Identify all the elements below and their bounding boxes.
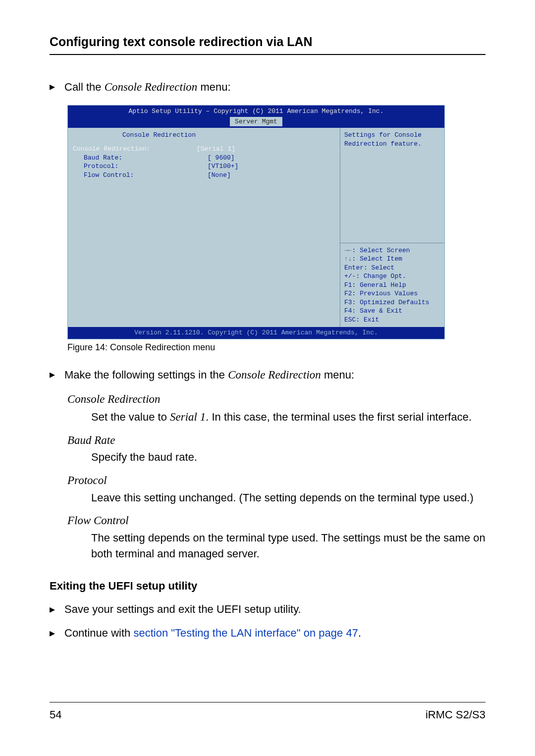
def-body: Set the value to Serial 1. In this case,… xyxy=(91,409,485,425)
bios-label: Protocol: xyxy=(73,162,208,171)
figure-caption: Figure 14: Console Redirection menu xyxy=(67,342,485,353)
bullet-icon: ▸ xyxy=(50,367,64,383)
bios-label: Baud Rate: xyxy=(73,154,208,162)
bios-row: Baud Rate: [ 9600] xyxy=(73,154,335,162)
intro-text: Call the Console Redirection menu: xyxy=(64,79,231,95)
exit-bullet-2: ▸ Continue with section "Testing the LAN… xyxy=(50,625,485,641)
bios-row: Flow Control: [None] xyxy=(73,171,335,180)
page-number: 54 xyxy=(50,708,61,721)
bios-footer: Version 2.11.1210. Copyright (C) 2011 Am… xyxy=(68,327,444,339)
bios-value: [VT100+] xyxy=(208,162,238,171)
title-divider xyxy=(50,54,485,55)
bios-row: Protocol: [VT100+] xyxy=(73,162,335,171)
bios-header-title: Aptio Setup Utility – Copyright (C) 2011… xyxy=(71,107,441,116)
subheading-exit-uefi: Exiting the UEFI setup utility xyxy=(50,580,485,593)
bullet-icon: ▸ xyxy=(50,625,64,641)
bios-section-title: Console Redirection xyxy=(73,131,335,140)
exit-text-1: Save your settings and exit the UEFI set… xyxy=(64,601,301,617)
settings-text: Make the following settings in the Conso… xyxy=(64,367,354,383)
def-body: The setting depends on the terminal type… xyxy=(91,530,485,562)
bios-right-panel: Settings for Console Redirection feature… xyxy=(340,128,444,327)
exit-bullet-1: ▸ Save your settings and exit the UEFI s… xyxy=(50,601,485,617)
def-body: Specify the baud rate. xyxy=(91,449,485,465)
bios-value: [Serial 1] xyxy=(197,145,235,154)
page-footer: 54 iRMC S2/S3 xyxy=(50,698,485,721)
exit-text-2: Continue with section "Testing the LAN i… xyxy=(64,625,361,641)
bullet-icon: ▸ xyxy=(50,79,64,95)
bios-value: [ 9600] xyxy=(208,154,235,162)
doc-id: iRMC S2/S3 xyxy=(426,708,485,721)
bios-value: [None] xyxy=(208,171,231,180)
bios-help-text: Settings for Console Redirection feature… xyxy=(340,128,444,242)
def-term-flow-control: Flow Control xyxy=(67,512,485,529)
bios-label: Console Redirection: xyxy=(73,145,197,154)
bios-left-panel: Console Redirection Console Redirection:… xyxy=(68,128,340,327)
footer-divider xyxy=(50,702,485,702)
bios-screenshot: Aptio Setup Utility – Copyright (C) 2011… xyxy=(67,105,485,339)
def-term-baud-rate: Baud Rate xyxy=(67,432,485,448)
bios-key-help: →←: Select Screen ↑↓: Select Item Enter:… xyxy=(340,243,444,327)
def-term-protocol: Protocol xyxy=(67,472,485,488)
bullet-icon: ▸ xyxy=(50,601,64,617)
bios-row: Console Redirection: [Serial 1] xyxy=(73,145,335,154)
link-testing-lan[interactable]: section "Testing the LAN interface" on p… xyxy=(133,627,358,639)
settings-bullet: ▸ Make the following settings in the Con… xyxy=(50,367,485,383)
bios-tab-server-mgmt: Server Mgmt xyxy=(230,117,282,127)
def-body: Leave this setting unchanged. (The setti… xyxy=(91,490,485,506)
def-term-console-redirection: Console Redirection xyxy=(67,391,485,407)
page-title: Configuring text console redirection via… xyxy=(50,35,485,49)
bios-header: Aptio Setup Utility – Copyright (C) 2011… xyxy=(68,106,444,128)
bios-label: Flow Control: xyxy=(73,171,208,180)
intro-bullet: ▸ Call the Console Redirection menu: xyxy=(50,79,485,95)
